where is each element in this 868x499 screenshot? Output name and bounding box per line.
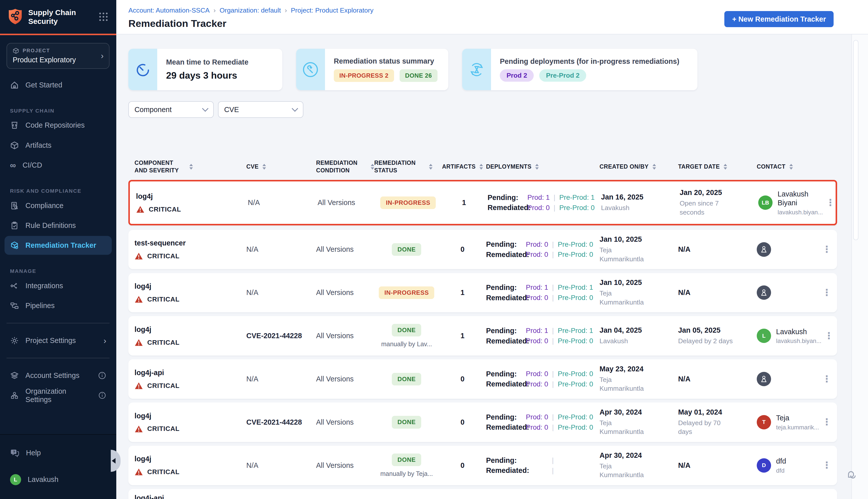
sidebar-user[interactable]: L Lavakush: [4, 470, 112, 489]
created-date: Apr 30, 2024: [599, 451, 678, 460]
sort-icon[interactable]: [535, 164, 539, 169]
kebab-menu-icon[interactable]: ⋮: [822, 417, 831, 427]
sidebar-item-account-settings[interactable]: Account Settings: [4, 366, 112, 385]
contact-cell: ⋮: [757, 230, 832, 269]
kebab-menu-icon[interactable]: ⋮: [822, 288, 831, 297]
col-target-date[interactable]: TARGET DATE: [678, 163, 757, 170]
sidebar-item-compliance[interactable]: Compliance: [4, 196, 112, 215]
critical-warning-icon: [135, 339, 143, 346]
kebab-menu-icon[interactable]: ⋮: [822, 245, 831, 254]
critical-warning-icon: [136, 206, 145, 213]
sidebar-item-cicd[interactable]: ∞ CI/CD: [4, 156, 112, 175]
table-row[interactable]: log4j-api Pending: | Remediated:: [128, 489, 837, 499]
table-row[interactable]: log4j-api CRITICAL N/A All Versions DONE…: [128, 359, 837, 399]
breadcrumb-project[interactable]: Project: Product Exploratory: [291, 7, 373, 14]
organization-icon: [10, 391, 19, 400]
sidebar-item-artifacts[interactable]: Artifacts: [4, 136, 112, 155]
kebab-menu-icon[interactable]: ⋮: [822, 374, 831, 384]
severity: CRITICAL: [135, 468, 246, 476]
component-name: log4j: [135, 282, 246, 291]
sort-icon[interactable]: [790, 164, 793, 169]
contact-name: Lavakush Biyani: [778, 190, 823, 208]
contact-email: lavakush.biyan...: [776, 338, 821, 344]
component-cell: log4j-api: [135, 494, 246, 499]
sort-icon[interactable]: [429, 164, 433, 169]
col-created-on-by[interactable]: CREATED ON/BY: [599, 163, 678, 170]
done-count-badge: DONE 26: [400, 69, 437, 82]
breadcrumb-organization[interactable]: Organization: default: [220, 7, 281, 14]
divider: |: [552, 456, 554, 464]
breadcrumb-account[interactable]: Account: Automation-SSCA: [128, 7, 210, 14]
created-by: Teja Kummarikuntla: [599, 246, 655, 264]
contact-email: lavakush.biyan...: [778, 209, 823, 216]
col-contact[interactable]: CONTACT: [757, 163, 832, 170]
col-artifacts[interactable]: ARTIFACTS: [439, 163, 486, 170]
layers-icon: [10, 371, 19, 380]
table-row[interactable]: log4j CRITICAL N/A All Versions DONE man…: [128, 446, 837, 485]
divider: |: [552, 337, 554, 345]
wrench-circle-icon: [302, 61, 319, 78]
remediated-label: Remediated:: [486, 380, 526, 388]
contact-cell: ⋮: [757, 273, 832, 312]
contact-cell: L Lavakush lavakush.biyan... ⋮: [757, 316, 834, 355]
contact-cell: LB Lavakush Biyani lavakush.biyan... ⋮: [758, 181, 835, 224]
project-selector[interactable]: PROJECT Product Exploratory ›: [7, 43, 110, 69]
nav-label: Rule Definitions: [25, 221, 76, 230]
sidebar-item-code-repositories[interactable]: Code Repositories: [4, 116, 112, 135]
new-remediation-tracker-button[interactable]: + New Remediation Tracker: [724, 11, 834, 27]
sidebar-item-get-started[interactable]: Get Started: [4, 76, 112, 95]
component-filter-select[interactable]: Component: [128, 101, 213, 118]
critical-warning-icon: [135, 468, 143, 476]
condition-cell: All Versions: [318, 198, 376, 207]
pipelines-icon: [10, 301, 19, 310]
sidebar-item-rule-definitions[interactable]: Rule Definitions: [4, 216, 112, 235]
severity: CRITICAL: [135, 252, 246, 260]
nav-label: Account Settings: [25, 372, 79, 380]
kebab-menu-icon[interactable]: ⋮: [826, 198, 835, 207]
col-remediation-status[interactable]: REMEDIATION STATUS: [374, 159, 439, 174]
sidebar-item-help[interactable]: ? Help: [4, 444, 112, 463]
pending-prod: Prod: 0: [526, 241, 548, 248]
col-component-severity[interactable]: COMPONENT AND SEVERITY: [135, 159, 246, 174]
sidebar-item-project-settings[interactable]: Project Settings ›: [4, 331, 112, 350]
sidebar-item-pipelines[interactable]: Pipelines: [4, 296, 112, 315]
sidebar-item-integrations[interactable]: Integrations: [4, 276, 112, 295]
target-date: May 01, 2024: [678, 408, 757, 416]
app-title: Supply Chain Security: [28, 8, 89, 26]
avatar-initials: T: [762, 419, 766, 425]
remediated-preprod: Pre-Prod: 0: [558, 251, 593, 258]
sort-icon[interactable]: [480, 164, 483, 169]
chevron-down-icon: [202, 105, 209, 112]
col-remediation-condition[interactable]: REMEDIATION CONDITION: [316, 159, 374, 174]
table-row[interactable]: log4j CRITICAL CVE-2021-44228 All Versio…: [128, 316, 837, 355]
sort-icon[interactable]: [189, 164, 193, 169]
component-cell: log4j CRITICAL: [135, 412, 246, 433]
cve-cell: N/A: [246, 461, 316, 470]
pending-deployments-title: Pending deployments (for in-progress rem…: [500, 57, 679, 65]
scrollbar-thumb[interactable]: [853, 40, 859, 240]
sort-icon[interactable]: [262, 164, 266, 169]
contact-avatar: L: [757, 329, 771, 343]
status-badge: IN-PROGRESS: [380, 196, 436, 209]
sort-icon[interactable]: [371, 164, 374, 169]
kebab-menu-icon[interactable]: ⋮: [824, 331, 834, 340]
table-row[interactable]: log4j CRITICAL N/A All Versions IN-PROGR…: [128, 180, 837, 226]
created-by: Teja Kummarikuntla: [599, 289, 655, 307]
sidebar-item-organization-settings[interactable]: Organization Settings: [4, 386, 112, 405]
app-switcher-grid-icon[interactable]: [98, 12, 109, 22]
col-deployments[interactable]: DEPLOYMENTS: [486, 163, 599, 170]
col-cve[interactable]: CVE: [246, 163, 316, 170]
table-row[interactable]: log4j CRITICAL CVE-2021-44228 All Versio…: [128, 402, 837, 442]
chat-assistant-icon[interactable]: [845, 468, 859, 483]
cve-filter-select[interactable]: CVE: [218, 101, 303, 118]
pending-label: Pending:: [486, 456, 526, 465]
cve-cell: N/A: [248, 198, 318, 207]
table-row[interactable]: test-sequencer CRITICAL N/A All Versions…: [128, 230, 837, 269]
sort-icon[interactable]: [723, 164, 727, 169]
sort-icon[interactable]: [653, 164, 656, 169]
condition-cell: All Versions: [316, 461, 374, 470]
table-row[interactable]: log4j CRITICAL N/A All Versions IN-PROGR…: [128, 273, 837, 312]
kebab-menu-icon[interactable]: ⋮: [822, 461, 831, 470]
sidebar-footer: ? Help L Lavakush: [0, 434, 116, 499]
sidebar-item-remediation-tracker[interactable]: Remediation Tracker: [4, 236, 112, 255]
